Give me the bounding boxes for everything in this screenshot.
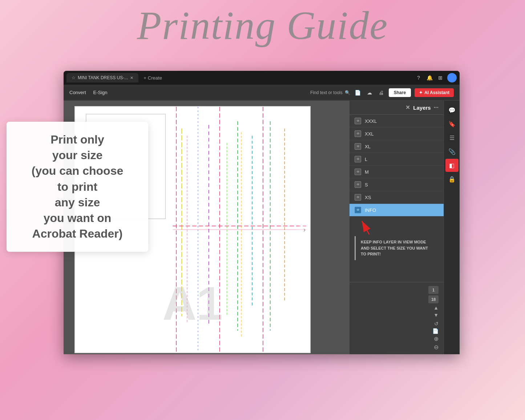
right-sidebar: 💬 🔖 ☰ 📎 ◧ 🔒 [444,101,460,354]
panel-spacer [350,262,444,282]
page-title: Printing Guide [136,4,390,48]
page-down-icon[interactable]: ▼ [433,312,439,318]
arrow-container [350,217,444,235]
instruction-text: KEEP INFO LAYER IN VIEW MODE AND SELECT … [361,239,433,257]
menu-convert[interactable]: Convert [69,90,86,95]
layer-name-l: L [365,157,367,162]
refresh-icon[interactable]: ↺ [434,321,439,327]
layer-item-xxl[interactable]: 👁 XXL [350,128,444,140]
new-tab-button[interactable]: + Create [140,74,166,82]
layer-name-m: M [365,169,369,175]
layer-item-m[interactable]: 👁 M [350,166,444,178]
new-tab-label: Create [148,75,162,81]
page-current: 1 [428,286,439,294]
layers-close-icon[interactable]: ✕ [405,104,410,111]
help-icon[interactable]: ? [415,74,423,82]
file-add-icon[interactable]: 📄 [432,328,439,334]
layers-header: ✕ Layers ··· [350,101,444,115]
page-total: 18 [428,295,439,303]
menu-esign[interactable]: E-Sign [93,90,108,95]
ai-assistant-button[interactable]: ✦ AI Assistant [415,88,454,97]
layer-name-xl: XL [365,144,371,149]
overlay-line5: any size [55,196,100,209]
tab-title: MINI TANK DRESS US-... [78,75,128,80]
browser-tab[interactable]: ☆ MINI TANK DRESS US-... ✕ [66,73,138,82]
text-overlay-box: Print only your size (you can choose to … [7,122,148,252]
overlay-line4: to print [57,180,97,193]
zoom-out-icon[interactable]: ⊖ [434,344,439,351]
tab-close-icon[interactable]: ✕ [130,76,133,80]
share-button[interactable]: Share [389,88,411,97]
layer-item-xl[interactable]: 👁 XL [350,140,444,153]
avatar[interactable] [447,73,457,82]
layer-item-xxxl[interactable]: 👁 XXXL [350,115,444,128]
sidebar-comment-icon[interactable]: 💬 [445,104,459,117]
page-controls: 1 18 ▲ ▼ ↺ 📄 ⊕ ⊖ [350,282,444,354]
overlay-line6: you want on [44,211,112,225]
pdf-nav-right-icon[interactable]: › [299,221,310,239]
search-placeholder: Find text or tools [310,90,343,95]
new-tab-plus-icon: + [144,75,146,81]
zoom-in-icon[interactable]: ⊕ [434,335,439,342]
cloud-upload-icon[interactable]: ☁ [366,89,373,97]
layer-name-xs: XS [365,195,371,200]
sidebar-bookmark-icon[interactable]: 🔖 [445,117,459,130]
layer-item-xs[interactable]: 👁 XS [350,191,444,204]
adobe-toolbar: Convert E-Sign Find text or tools 🔍 📄 ☁ … [64,85,460,101]
red-arrow-svg [355,218,376,236]
overlay-line7: Acrobat Reader) [32,227,123,240]
ai-icon: ✦ [419,90,423,95]
layer-name-info: INFO [365,207,376,213]
layer-name-xxxl: XXXL [365,118,377,124]
search-icon[interactable]: 🔍 [345,90,350,95]
overlay-line3: (you can choose [32,164,124,177]
toolbar-right: Find text or tools 🔍 📄 ☁ 🖨 Share ✦ AI As… [310,88,454,97]
overlay-line1: Print only [51,133,104,146]
search-box[interactable]: Find text or tools 🔍 [310,90,350,95]
sidebar-lock-icon[interactable]: 🔒 [445,173,459,186]
page-watermark: A1 [162,276,223,331]
layer-name-xxl: XXL [365,131,374,137]
layer-item-s[interactable]: 👁 S [350,178,444,191]
layer-item-info[interactable]: 👁 INFO [350,204,444,217]
layers-title: Layers [413,105,431,111]
layer-name-s: S [365,182,368,187]
instruction-box: KEEP INFO LAYER IN VIEW MODE AND SELECT … [355,236,439,260]
layer-visibility-icon: 👁 [355,156,361,162]
sidebar-layers-icon[interactable]: ◧ [445,159,459,172]
svg-line-17 [362,221,369,234]
layers-more-icon[interactable]: ··· [434,104,439,111]
file-icon[interactable]: 📄 [354,89,362,97]
sidebar-attachment-icon[interactable]: 📎 [445,145,459,158]
layer-visibility-icon: 👁 [355,194,361,201]
print-icon[interactable]: 🖨 [377,89,385,97]
layer-visibility-icon: 👁 [355,118,361,124]
overlay-line2: your size [52,149,103,162]
bell-icon[interactable]: 🔔 [425,74,433,82]
tab-favicon-icon: ☆ [72,75,76,80]
layer-visibility-icon: 👁 [355,207,361,213]
layers-panel: ✕ Layers ··· 👁 XXXL 👁 XXL 👁 XL 👁 L [349,101,444,354]
layer-visibility-icon: 👁 [355,169,361,175]
tab-bar: ☆ MINI TANK DRESS US-... ✕ + Create ? 🔔 … [64,71,460,85]
sidebar-list-icon[interactable]: ☰ [445,131,459,144]
layer-item-l[interactable]: 👁 L [350,153,444,166]
overlay-text: Print only your size (you can choose to … [17,132,137,242]
layer-visibility-icon: 👁 [355,130,361,137]
grid-icon[interactable]: ⊞ [436,74,444,82]
browser-top-right: ? 🔔 ⊞ [415,73,457,82]
layer-visibility-icon: 👁 [355,181,361,188]
layer-visibility-icon: 👁 [355,143,361,150]
page-up-icon[interactable]: ▲ [433,305,439,311]
